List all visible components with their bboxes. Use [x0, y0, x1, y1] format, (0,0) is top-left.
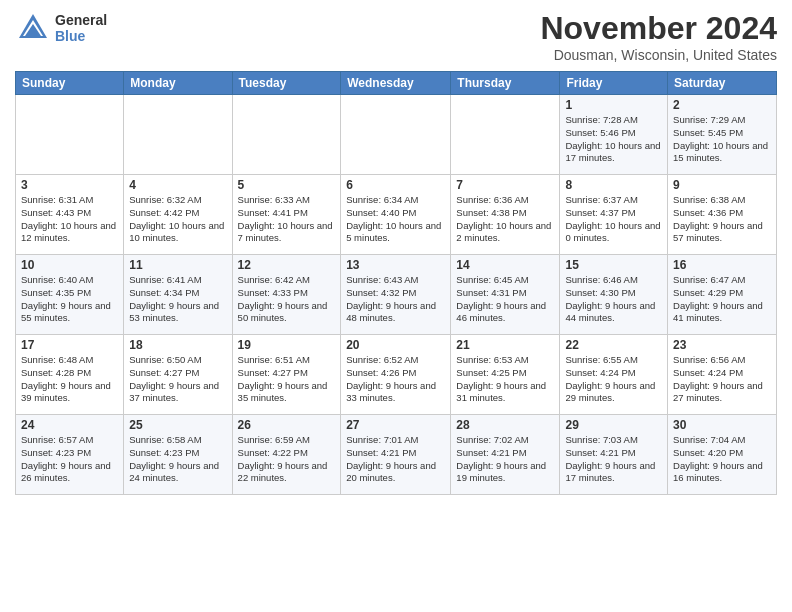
day-info: Sunrise: 6:57 AM Sunset: 4:23 PM Dayligh… [21, 434, 118, 485]
calendar-week-3: 10Sunrise: 6:40 AM Sunset: 4:35 PM Dayli… [16, 255, 777, 335]
day-info: Sunrise: 7:28 AM Sunset: 5:46 PM Dayligh… [565, 114, 662, 165]
calendar-cell: 6Sunrise: 6:34 AM Sunset: 4:40 PM Daylig… [341, 175, 451, 255]
day-number: 24 [21, 418, 118, 432]
day-number: 7 [456, 178, 554, 192]
calendar-cell: 9Sunrise: 6:38 AM Sunset: 4:36 PM Daylig… [668, 175, 777, 255]
day-number: 19 [238, 338, 336, 352]
day-number: 2 [673, 98, 771, 112]
day-info: Sunrise: 7:04 AM Sunset: 4:20 PM Dayligh… [673, 434, 771, 485]
calendar-cell: 25Sunrise: 6:58 AM Sunset: 4:23 PM Dayli… [124, 415, 232, 495]
calendar-cell: 27Sunrise: 7:01 AM Sunset: 4:21 PM Dayli… [341, 415, 451, 495]
day-info: Sunrise: 6:46 AM Sunset: 4:30 PM Dayligh… [565, 274, 662, 325]
day-number: 1 [565, 98, 662, 112]
calendar-cell: 5Sunrise: 6:33 AM Sunset: 4:41 PM Daylig… [232, 175, 341, 255]
logo-text: General Blue [55, 12, 107, 44]
header-saturday: Saturday [668, 72, 777, 95]
day-info: Sunrise: 6:36 AM Sunset: 4:38 PM Dayligh… [456, 194, 554, 245]
day-info: Sunrise: 6:31 AM Sunset: 4:43 PM Dayligh… [21, 194, 118, 245]
calendar-cell: 18Sunrise: 6:50 AM Sunset: 4:27 PM Dayli… [124, 335, 232, 415]
day-number: 18 [129, 338, 226, 352]
calendar-cell: 3Sunrise: 6:31 AM Sunset: 4:43 PM Daylig… [16, 175, 124, 255]
day-info: Sunrise: 6:51 AM Sunset: 4:27 PM Dayligh… [238, 354, 336, 405]
calendar-cell: 4Sunrise: 6:32 AM Sunset: 4:42 PM Daylig… [124, 175, 232, 255]
day-info: Sunrise: 6:37 AM Sunset: 4:37 PM Dayligh… [565, 194, 662, 245]
day-number: 20 [346, 338, 445, 352]
day-info: Sunrise: 6:34 AM Sunset: 4:40 PM Dayligh… [346, 194, 445, 245]
day-info: Sunrise: 6:47 AM Sunset: 4:29 PM Dayligh… [673, 274, 771, 325]
calendar-cell: 16Sunrise: 6:47 AM Sunset: 4:29 PM Dayli… [668, 255, 777, 335]
title-area: November 2024 Dousman, Wisconsin, United… [540, 10, 777, 63]
header-thursday: Thursday [451, 72, 560, 95]
calendar-week-5: 24Sunrise: 6:57 AM Sunset: 4:23 PM Dayli… [16, 415, 777, 495]
day-number: 14 [456, 258, 554, 272]
calendar-cell: 7Sunrise: 6:36 AM Sunset: 4:38 PM Daylig… [451, 175, 560, 255]
calendar-cell: 11Sunrise: 6:41 AM Sunset: 4:34 PM Dayli… [124, 255, 232, 335]
day-number: 15 [565, 258, 662, 272]
calendar-cell [341, 95, 451, 175]
calendar-cell [124, 95, 232, 175]
day-number: 30 [673, 418, 771, 432]
day-number: 10 [21, 258, 118, 272]
calendar-cell: 14Sunrise: 6:45 AM Sunset: 4:31 PM Dayli… [451, 255, 560, 335]
calendar: Sunday Monday Tuesday Wednesday Thursday… [15, 71, 777, 495]
calendar-cell [451, 95, 560, 175]
day-info: Sunrise: 6:55 AM Sunset: 4:24 PM Dayligh… [565, 354, 662, 405]
day-number: 5 [238, 178, 336, 192]
subtitle: Dousman, Wisconsin, United States [540, 47, 777, 63]
calendar-cell: 30Sunrise: 7:04 AM Sunset: 4:20 PM Dayli… [668, 415, 777, 495]
day-info: Sunrise: 6:43 AM Sunset: 4:32 PM Dayligh… [346, 274, 445, 325]
day-info: Sunrise: 6:48 AM Sunset: 4:28 PM Dayligh… [21, 354, 118, 405]
calendar-cell: 2Sunrise: 7:29 AM Sunset: 5:45 PM Daylig… [668, 95, 777, 175]
day-info: Sunrise: 6:42 AM Sunset: 4:33 PM Dayligh… [238, 274, 336, 325]
calendar-cell: 22Sunrise: 6:55 AM Sunset: 4:24 PM Dayli… [560, 335, 668, 415]
calendar-cell: 17Sunrise: 6:48 AM Sunset: 4:28 PM Dayli… [16, 335, 124, 415]
calendar-cell: 12Sunrise: 6:42 AM Sunset: 4:33 PM Dayli… [232, 255, 341, 335]
day-info: Sunrise: 6:41 AM Sunset: 4:34 PM Dayligh… [129, 274, 226, 325]
calendar-cell: 19Sunrise: 6:51 AM Sunset: 4:27 PM Dayli… [232, 335, 341, 415]
calendar-week-4: 17Sunrise: 6:48 AM Sunset: 4:28 PM Dayli… [16, 335, 777, 415]
header-tuesday: Tuesday [232, 72, 341, 95]
calendar-cell: 8Sunrise: 6:37 AM Sunset: 4:37 PM Daylig… [560, 175, 668, 255]
calendar-week-2: 3Sunrise: 6:31 AM Sunset: 4:43 PM Daylig… [16, 175, 777, 255]
header-sunday: Sunday [16, 72, 124, 95]
day-number: 28 [456, 418, 554, 432]
calendar-cell [16, 95, 124, 175]
day-number: 26 [238, 418, 336, 432]
day-number: 23 [673, 338, 771, 352]
day-number: 11 [129, 258, 226, 272]
calendar-cell: 1Sunrise: 7:28 AM Sunset: 5:46 PM Daylig… [560, 95, 668, 175]
header: General Blue November 2024 Dousman, Wisc… [15, 10, 777, 63]
day-info: Sunrise: 6:40 AM Sunset: 4:35 PM Dayligh… [21, 274, 118, 325]
header-monday: Monday [124, 72, 232, 95]
day-info: Sunrise: 7:03 AM Sunset: 4:21 PM Dayligh… [565, 434, 662, 485]
calendar-cell: 13Sunrise: 6:43 AM Sunset: 4:32 PM Dayli… [341, 255, 451, 335]
day-number: 8 [565, 178, 662, 192]
day-info: Sunrise: 6:56 AM Sunset: 4:24 PM Dayligh… [673, 354, 771, 405]
header-friday: Friday [560, 72, 668, 95]
logo-general: General [55, 12, 107, 28]
day-number: 27 [346, 418, 445, 432]
day-info: Sunrise: 6:38 AM Sunset: 4:36 PM Dayligh… [673, 194, 771, 245]
calendar-header-row: Sunday Monday Tuesday Wednesday Thursday… [16, 72, 777, 95]
day-number: 22 [565, 338, 662, 352]
day-info: Sunrise: 7:29 AM Sunset: 5:45 PM Dayligh… [673, 114, 771, 165]
calendar-cell: 28Sunrise: 7:02 AM Sunset: 4:21 PM Dayli… [451, 415, 560, 495]
header-wednesday: Wednesday [341, 72, 451, 95]
logo: General Blue [15, 10, 107, 46]
day-number: 21 [456, 338, 554, 352]
day-info: Sunrise: 7:01 AM Sunset: 4:21 PM Dayligh… [346, 434, 445, 485]
calendar-cell: 10Sunrise: 6:40 AM Sunset: 4:35 PM Dayli… [16, 255, 124, 335]
day-info: Sunrise: 6:52 AM Sunset: 4:26 PM Dayligh… [346, 354, 445, 405]
day-info: Sunrise: 6:50 AM Sunset: 4:27 PM Dayligh… [129, 354, 226, 405]
calendar-cell: 20Sunrise: 6:52 AM Sunset: 4:26 PM Dayli… [341, 335, 451, 415]
day-number: 25 [129, 418, 226, 432]
calendar-cell: 29Sunrise: 7:03 AM Sunset: 4:21 PM Dayli… [560, 415, 668, 495]
day-info: Sunrise: 6:58 AM Sunset: 4:23 PM Dayligh… [129, 434, 226, 485]
day-number: 3 [21, 178, 118, 192]
calendar-week-1: 1Sunrise: 7:28 AM Sunset: 5:46 PM Daylig… [16, 95, 777, 175]
day-number: 29 [565, 418, 662, 432]
day-number: 12 [238, 258, 336, 272]
calendar-cell: 24Sunrise: 6:57 AM Sunset: 4:23 PM Dayli… [16, 415, 124, 495]
calendar-cell: 15Sunrise: 6:46 AM Sunset: 4:30 PM Dayli… [560, 255, 668, 335]
day-number: 17 [21, 338, 118, 352]
